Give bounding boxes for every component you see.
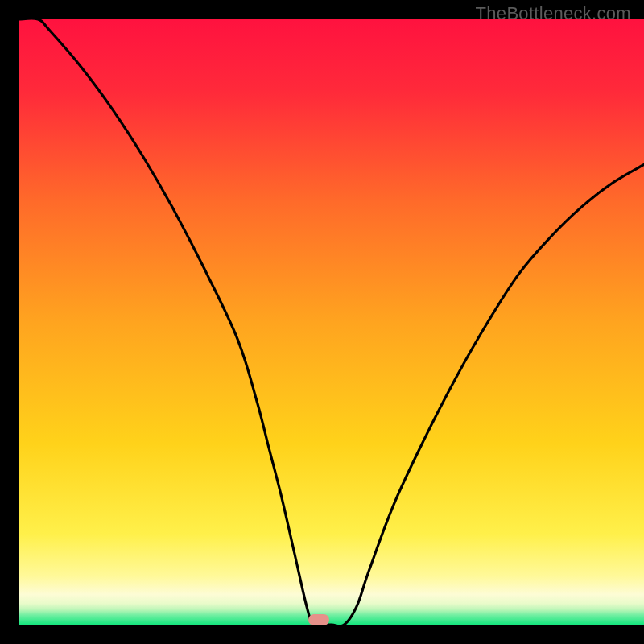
svg-rect-0 <box>19 19 644 625</box>
heat-gradient-background <box>19 19 644 625</box>
optimal-point-marker <box>308 614 329 625</box>
chart-stage: TheBottleneck.com <box>0 0 644 644</box>
watermark-text: TheBottleneck.com <box>476 3 631 24</box>
